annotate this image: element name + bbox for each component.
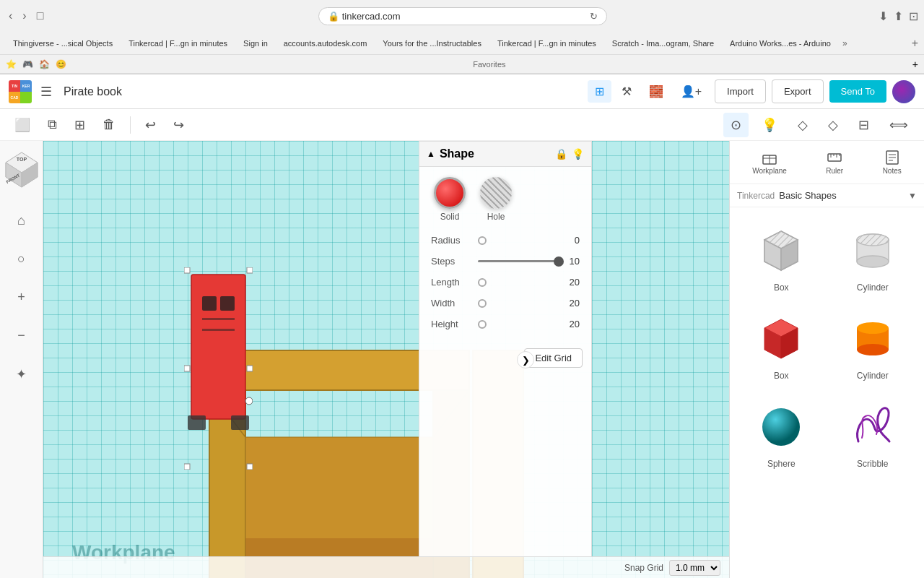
tool-button-1[interactable]: ⚒ [614, 80, 639, 103]
ruler-tool[interactable]: Ruler [819, 145, 850, 179]
share-button[interactable]: ⬆ [894, 9, 903, 23]
forward-button[interactable]: › [19, 8, 29, 24]
shape-panel-title: Shape [440, 147, 555, 160]
right-sidebar: Workplane Ruler Notes [729, 141, 924, 578]
undo-button[interactable]: ↩ [139, 113, 162, 137]
shapes-button[interactable]: ✦ [10, 361, 32, 388]
delete-button[interactable]: 🗑 [97, 113, 121, 137]
cylinder-solid-label: Cylinder [857, 371, 889, 381]
fit-view-button[interactable]: ○ [12, 246, 31, 272]
hole-button[interactable]: Hole [480, 177, 512, 222]
browser-chrome: ‹ › □ 🔒 tinkercad.com ↻ ⬇ ⬆ ⊡ Thingivers… [0, 0, 924, 74]
shape-light-button[interactable]: 💡 [572, 148, 584, 160]
bookmark-icon3: 🏠 [39, 59, 50, 69]
ruler-icon [827, 150, 842, 165]
shape-item-cylinder-solid[interactable]: Cylinder [830, 304, 916, 387]
steps-slider-thumb [554, 256, 564, 267]
address-bar[interactable]: 🔒 tinkercad.com ↻ [318, 7, 607, 25]
solid-label: Solid [440, 212, 460, 222]
zoom-in-button[interactable]: + [12, 284, 31, 311]
svg-rect-21 [231, 415, 249, 430]
width-dot [478, 299, 487, 308]
length-control [478, 278, 565, 287]
tab-instructables[interactable]: Yours for the ...Instructables [375, 36, 489, 51]
cylinder-outline-label: Cylinder [857, 282, 889, 293]
shape-item-box-outline[interactable]: Box [738, 216, 824, 298]
width-row: Width 20 [431, 298, 580, 309]
notes-tool[interactable]: Notes [876, 145, 909, 179]
shape-tool-1[interactable]: ◇ [790, 113, 815, 137]
import-button[interactable]: Import [715, 79, 766, 103]
more-tabs-icon[interactable]: » [840, 38, 850, 48]
hamburger-menu-button[interactable]: ☰ [38, 81, 55, 103]
canvas-area[interactable]: Workplane ▲ Shape 🔒 💡 Solid [43, 141, 729, 578]
red-object[interactable] [184, 267, 253, 470]
scribble-image [844, 398, 902, 456]
mirror-button[interactable]: ⟺ [882, 113, 915, 137]
view-cube[interactable]: TOP FRONT [1, 150, 42, 190]
add-bookmark-button[interactable]: + [912, 59, 918, 70]
duplicate-button[interactable]: ⧉ [42, 113, 63, 137]
download-button[interactable]: ⬇ [879, 9, 888, 23]
project-title: Pirate book [64, 85, 122, 98]
tinkercad-logo[interactable]: TIN KER CAD [9, 80, 32, 103]
shape-item-cylinder-outline[interactable]: Cylinder [830, 216, 916, 298]
tab-tinkercad2[interactable]: Tinkercad | F...gn in minutes [490, 36, 603, 51]
bookmarks-bar: ⭐ 🎮 🏠 😊 Favorites + [0, 55, 924, 74]
hole-label: Hole [487, 212, 505, 222]
tool-button-2[interactable]: 🧱 [642, 80, 671, 103]
length-row: Length 20 [431, 277, 580, 288]
tab-thingiverse[interactable]: Thingiverse - ...sical Objects [6, 36, 120, 51]
shape-item-sphere[interactable]: Sphere [738, 392, 824, 475]
light-button[interactable]: 💡 [754, 113, 785, 137]
zoom-out-button[interactable]: − [12, 322, 31, 349]
toolbar-right: ⊙ 💡 ◇ ◇ ⊟ ⟺ [723, 113, 915, 137]
new-tab-button[interactable]: □ [34, 8, 47, 24]
tab-signin[interactable]: Sign in [236, 36, 275, 51]
shape-item-box-solid[interactable]: Box [738, 304, 824, 387]
shape-tool-2[interactable]: ◇ [821, 113, 845, 137]
radius-value: 0 [565, 235, 580, 246]
snap-button[interactable]: ⊙ [723, 113, 749, 137]
shape-lock-button[interactable]: 🔒 [555, 148, 567, 160]
back-button[interactable]: ‹ [6, 8, 15, 24]
group-button[interactable]: ⊞ [69, 113, 91, 137]
category-dropdown-button[interactable]: ▼ [908, 191, 917, 201]
snap-grid-select[interactable]: 1.0 mm 0.5 mm 2.0 mm [669, 560, 720, 576]
send-to-button[interactable]: Send To [829, 80, 886, 103]
svg-rect-24 [184, 366, 190, 371]
align-button[interactable]: ⊟ [851, 113, 876, 137]
svg-rect-17 [220, 296, 235, 311]
box-solid-image [752, 310, 810, 368]
home-view-button[interactable]: ⌂ [12, 207, 31, 234]
redo-button[interactable]: ↪ [167, 113, 190, 137]
grid-view-button[interactable]: ⊞ [588, 80, 611, 103]
more-button[interactable]: ⊡ [909, 9, 918, 23]
steps-slider[interactable] [478, 260, 559, 262]
svg-rect-34 [828, 154, 841, 161]
export-button[interactable]: Export [772, 79, 824, 103]
tab-tinkercad1[interactable]: Tinkercad | F...gn in minutes [121, 36, 235, 51]
tab-arduino[interactable]: Arduino Works...es - Arduino [723, 36, 838, 51]
notes-icon [884, 150, 900, 165]
collapse-panel-button[interactable]: ▲ [427, 149, 435, 159]
new-tab-plus[interactable]: + [912, 37, 918, 50]
bookmark-icon2: 🎮 [22, 59, 33, 69]
panel-toggle-button[interactable]: ❯ [517, 351, 534, 368]
tab-autodesk[interactable]: accounts.autodesk.com [276, 36, 375, 51]
solid-button[interactable]: Solid [434, 177, 466, 222]
refresh-icon[interactable]: ↻ [590, 11, 598, 22]
add-user-button[interactable]: 👤+ [674, 80, 709, 103]
shape-properties-panel: ▲ Shape 🔒 💡 Solid Hole [419, 141, 592, 557]
bookmark-icon4: 😊 [56, 59, 66, 69]
length-value: 20 [565, 277, 580, 288]
svg-rect-22 [184, 267, 190, 273]
workplane-tool[interactable]: Workplane [745, 145, 794, 179]
tab-scratch[interactable]: Scratch - Ima...ogram, Share [605, 36, 721, 51]
favorites-label: Favorites [72, 60, 907, 69]
svg-rect-16 [202, 296, 217, 311]
shape-item-scribble[interactable]: Scribble [830, 392, 916, 475]
new-shape-button[interactable]: ⬜ [9, 113, 36, 137]
notes-tool-label: Notes [883, 167, 902, 175]
user-avatar[interactable] [892, 80, 915, 103]
